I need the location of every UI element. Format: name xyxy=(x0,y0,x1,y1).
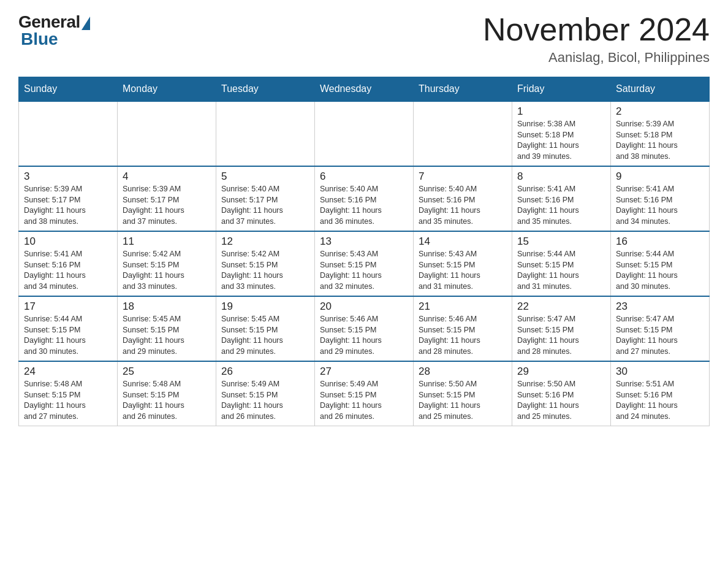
day-info: Sunrise: 5:44 AMSunset: 5:15 PMDaylight:… xyxy=(517,249,605,292)
week-row: 17Sunrise: 5:44 AMSunset: 5:15 PMDayligh… xyxy=(19,296,710,361)
day-number: 23 xyxy=(616,301,704,313)
day-info: Sunrise: 5:45 AMSunset: 5:15 PMDaylight:… xyxy=(123,314,211,357)
calendar-cell: 3Sunrise: 5:39 AMSunset: 5:17 PMDaylight… xyxy=(19,166,118,231)
calendar-cell: 12Sunrise: 5:42 AMSunset: 5:15 PMDayligh… xyxy=(216,231,315,296)
day-number: 13 xyxy=(320,236,408,248)
calendar-cell: 10Sunrise: 5:41 AMSunset: 5:16 PMDayligh… xyxy=(19,231,118,296)
day-number: 27 xyxy=(320,366,408,378)
calendar-cell: 13Sunrise: 5:43 AMSunset: 5:15 PMDayligh… xyxy=(315,231,414,296)
day-number: 8 xyxy=(517,170,605,183)
day-info: Sunrise: 5:51 AMSunset: 5:16 PMDaylight:… xyxy=(616,379,704,422)
day-info: Sunrise: 5:42 AMSunset: 5:15 PMDaylight:… xyxy=(123,249,211,292)
calendar-cell: 1Sunrise: 5:38 AMSunset: 5:18 PMDaylight… xyxy=(512,101,611,166)
day-of-week-header: Sunday xyxy=(19,77,118,102)
day-info: Sunrise: 5:50 AMSunset: 5:15 PMDaylight:… xyxy=(419,379,507,422)
day-number: 16 xyxy=(616,236,704,248)
week-row: 10Sunrise: 5:41 AMSunset: 5:16 PMDayligh… xyxy=(19,231,710,296)
calendar-cell: 18Sunrise: 5:45 AMSunset: 5:15 PMDayligh… xyxy=(118,296,216,361)
day-number: 5 xyxy=(221,170,309,183)
title-area: November 2024 Aanislag, Bicol, Philippin… xyxy=(483,12,710,66)
calendar-cell: 25Sunrise: 5:48 AMSunset: 5:15 PMDayligh… xyxy=(118,361,216,426)
calendar-cell: 21Sunrise: 5:46 AMSunset: 5:15 PMDayligh… xyxy=(414,296,512,361)
day-number: 9 xyxy=(616,170,704,183)
month-title: November 2024 xyxy=(483,12,710,47)
calendar-cell: 5Sunrise: 5:40 AMSunset: 5:17 PMDaylight… xyxy=(216,166,315,231)
day-number: 25 xyxy=(123,366,211,378)
day-number: 2 xyxy=(616,105,704,118)
day-info: Sunrise: 5:45 AMSunset: 5:15 PMDaylight:… xyxy=(221,314,309,357)
day-info: Sunrise: 5:41 AMSunset: 5:16 PMDaylight:… xyxy=(517,184,605,227)
calendar-cell: 23Sunrise: 5:47 AMSunset: 5:15 PMDayligh… xyxy=(611,296,710,361)
day-info: Sunrise: 5:47 AMSunset: 5:15 PMDaylight:… xyxy=(517,314,605,357)
day-number: 1 xyxy=(517,105,605,118)
day-number: 6 xyxy=(320,170,408,183)
calendar-cell: 26Sunrise: 5:49 AMSunset: 5:15 PMDayligh… xyxy=(216,361,315,426)
day-of-week-header: Monday xyxy=(118,77,216,102)
logo: General Blue xyxy=(18,12,90,49)
day-number: 29 xyxy=(517,366,605,378)
day-info: Sunrise: 5:39 AMSunset: 5:18 PMDaylight:… xyxy=(616,119,704,162)
day-number: 30 xyxy=(616,366,704,378)
day-number: 4 xyxy=(123,170,211,183)
day-of-week-header: Wednesday xyxy=(315,77,414,102)
day-info: Sunrise: 5:39 AMSunset: 5:17 PMDaylight:… xyxy=(24,184,112,227)
day-number: 26 xyxy=(221,366,309,378)
calendar-cell: 28Sunrise: 5:50 AMSunset: 5:15 PMDayligh… xyxy=(414,361,512,426)
day-number: 21 xyxy=(419,301,507,313)
day-number: 11 xyxy=(123,236,211,248)
calendar-cell xyxy=(414,101,512,166)
calendar-cell xyxy=(315,101,414,166)
day-number: 12 xyxy=(221,236,309,248)
day-info: Sunrise: 5:50 AMSunset: 5:16 PMDaylight:… xyxy=(517,379,605,422)
calendar-cell: 7Sunrise: 5:40 AMSunset: 5:16 PMDaylight… xyxy=(414,166,512,231)
day-number: 28 xyxy=(419,366,507,378)
calendar-cell: 27Sunrise: 5:49 AMSunset: 5:15 PMDayligh… xyxy=(315,361,414,426)
day-info: Sunrise: 5:40 AMSunset: 5:17 PMDaylight:… xyxy=(221,184,309,227)
location-title: Aanislag, Bicol, Philippines xyxy=(483,50,710,66)
day-info: Sunrise: 5:44 AMSunset: 5:15 PMDaylight:… xyxy=(616,249,704,292)
calendar-cell: 2Sunrise: 5:39 AMSunset: 5:18 PMDaylight… xyxy=(611,101,710,166)
day-info: Sunrise: 5:46 AMSunset: 5:15 PMDaylight:… xyxy=(419,314,507,357)
day-number: 18 xyxy=(123,301,211,313)
day-info: Sunrise: 5:46 AMSunset: 5:15 PMDaylight:… xyxy=(320,314,408,357)
day-number: 22 xyxy=(517,301,605,313)
day-info: Sunrise: 5:40 AMSunset: 5:16 PMDaylight:… xyxy=(320,184,408,227)
calendar-cell: 14Sunrise: 5:43 AMSunset: 5:15 PMDayligh… xyxy=(414,231,512,296)
day-info: Sunrise: 5:39 AMSunset: 5:17 PMDaylight:… xyxy=(123,184,211,227)
calendar-cell: 22Sunrise: 5:47 AMSunset: 5:15 PMDayligh… xyxy=(512,296,611,361)
week-row: 24Sunrise: 5:48 AMSunset: 5:15 PMDayligh… xyxy=(19,361,710,426)
day-info: Sunrise: 5:44 AMSunset: 5:15 PMDaylight:… xyxy=(24,314,112,357)
page-header: General Blue November 2024 Aanislag, Bic… xyxy=(18,12,710,66)
day-info: Sunrise: 5:38 AMSunset: 5:18 PMDaylight:… xyxy=(517,119,605,162)
day-info: Sunrise: 5:43 AMSunset: 5:15 PMDaylight:… xyxy=(419,249,507,292)
day-number: 3 xyxy=(24,170,112,183)
day-info: Sunrise: 5:41 AMSunset: 5:16 PMDaylight:… xyxy=(24,249,112,292)
day-info: Sunrise: 5:41 AMSunset: 5:16 PMDaylight:… xyxy=(616,184,704,227)
calendar-cell xyxy=(216,101,315,166)
calendar-cell xyxy=(118,101,216,166)
calendar-cell: 15Sunrise: 5:44 AMSunset: 5:15 PMDayligh… xyxy=(512,231,611,296)
day-info: Sunrise: 5:43 AMSunset: 5:15 PMDaylight:… xyxy=(320,249,408,292)
logo-blue-text: Blue xyxy=(18,29,58,49)
calendar-cell: 9Sunrise: 5:41 AMSunset: 5:16 PMDaylight… xyxy=(611,166,710,231)
day-of-week-header: Thursday xyxy=(414,77,512,102)
day-info: Sunrise: 5:48 AMSunset: 5:15 PMDaylight:… xyxy=(123,379,211,422)
calendar-table: SundayMondayTuesdayWednesdayThursdayFrid… xyxy=(18,77,710,426)
day-of-week-header: Tuesday xyxy=(216,77,315,102)
day-number: 7 xyxy=(419,170,507,183)
calendar-cell: 8Sunrise: 5:41 AMSunset: 5:16 PMDaylight… xyxy=(512,166,611,231)
calendar-cell: 6Sunrise: 5:40 AMSunset: 5:16 PMDaylight… xyxy=(315,166,414,231)
calendar-cell: 29Sunrise: 5:50 AMSunset: 5:16 PMDayligh… xyxy=(512,361,611,426)
calendar-cell: 11Sunrise: 5:42 AMSunset: 5:15 PMDayligh… xyxy=(118,231,216,296)
week-row: 1Sunrise: 5:38 AMSunset: 5:18 PMDaylight… xyxy=(19,101,710,166)
day-number: 24 xyxy=(24,366,112,378)
day-info: Sunrise: 5:47 AMSunset: 5:15 PMDaylight:… xyxy=(616,314,704,357)
day-info: Sunrise: 5:48 AMSunset: 5:15 PMDaylight:… xyxy=(24,379,112,422)
day-info: Sunrise: 5:42 AMSunset: 5:15 PMDaylight:… xyxy=(221,249,309,292)
calendar-cell: 17Sunrise: 5:44 AMSunset: 5:15 PMDayligh… xyxy=(19,296,118,361)
day-number: 20 xyxy=(320,301,408,313)
logo-triangle-icon xyxy=(82,17,90,30)
calendar-cell: 4Sunrise: 5:39 AMSunset: 5:17 PMDaylight… xyxy=(118,166,216,231)
day-info: Sunrise: 5:49 AMSunset: 5:15 PMDaylight:… xyxy=(221,379,309,422)
week-row: 3Sunrise: 5:39 AMSunset: 5:17 PMDaylight… xyxy=(19,166,710,231)
